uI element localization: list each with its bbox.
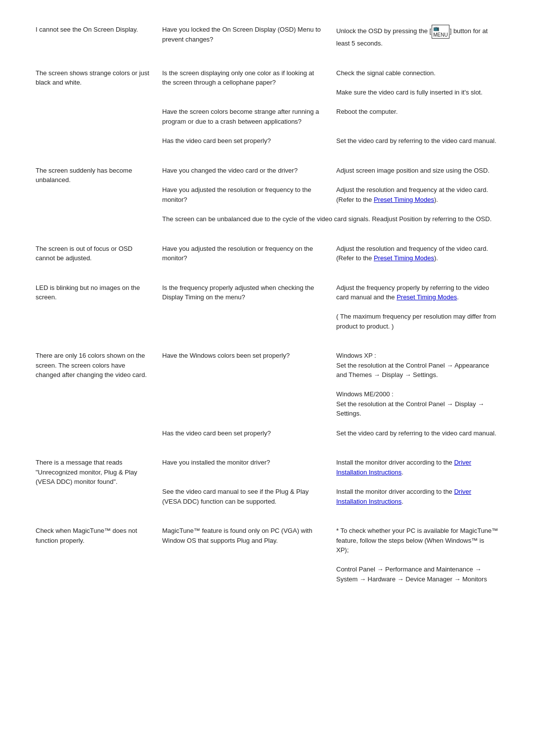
preset-timing-link-3[interactable]: Preset Timing Modes: [397, 293, 457, 301]
preset-timing-link-2[interactable]: Preset Timing Modes: [374, 254, 434, 262]
note-cell: The screen can be unbalanced due to the …: [156, 209, 504, 229]
cause-cell: Have you installed the monitor driver?: [156, 453, 330, 482]
solution-cell: Adjust screen image position and size us…: [330, 161, 504, 181]
problem-text: The screen suddenly has become unbalance…: [36, 167, 132, 184]
solution-cell: Install the monitor driver according to …: [330, 482, 504, 511]
solution-cell: Adjust the resolution and frequency of t…: [330, 239, 504, 268]
cause-text: Have the screen colors become strange af…: [162, 108, 319, 125]
solution-text: Adjust screen image position and size us…: [336, 167, 490, 174]
menu-icon: 📺MENU: [432, 25, 449, 39]
cause-cell: MagicTune™ feature is found only on PC (…: [156, 521, 330, 589]
problem-cell: Check when MagicTune™ does not function …: [30, 521, 156, 589]
table-row: There is a message that reads "Unrecogni…: [30, 453, 504, 482]
cause-cell: Have you adjusted the resolution or freq…: [156, 180, 330, 209]
cause-text: Is the frequency properly adjusted when …: [162, 284, 314, 301]
solution-text: Adjust the resolution and frequency of t…: [336, 245, 488, 262]
problem-cell: The screen is out of focus or OSD cannot…: [30, 239, 156, 268]
solution-text: Check the signal cable connection.Make s…: [336, 69, 483, 96]
cause-cell: Has the video card been set properly?: [156, 131, 330, 151]
cause-text: Has the video card been set properly?: [162, 137, 271, 144]
solution-text: Install the monitor driver according to …: [336, 488, 471, 505]
cause-text: Have you changed the video card or the d…: [162, 167, 298, 174]
problem-text: I cannot see the On Screen Display.: [36, 26, 138, 33]
solution-text: Install the monitor driver according to …: [336, 459, 471, 476]
cause-text: Have you locked the On Screen Display (O…: [162, 26, 321, 43]
problem-text: The screen is out of focus or OSD cannot…: [36, 245, 133, 262]
cause-cell: Have you adjusted the resolution or freq…: [156, 239, 330, 268]
spacer-row: [30, 511, 504, 521]
problem-text: Check when MagicTune™ does not function …: [36, 527, 137, 544]
spacer-row: [30, 229, 504, 239]
solution-cell: Adjust the frequency properly by referri…: [330, 278, 504, 336]
cause-text: Have you installed the monitor driver?: [162, 459, 270, 466]
solution-text: Set the video card by referring to the v…: [336, 137, 496, 144]
solution-cell: Reboot the computer.: [330, 102, 504, 131]
driver-install-link-2[interactable]: Driver Installation Instructions: [336, 488, 471, 505]
table-row: Check when MagicTune™ does not function …: [30, 521, 504, 589]
spacer-row: [30, 151, 504, 161]
solution-cell: * To check whether your PC is available …: [330, 521, 504, 589]
device-manager-text: Device Manager: [405, 575, 452, 583]
solution-text: Reboot the computer.: [336, 108, 398, 115]
cause-cell: Have the screen colors become strange af…: [156, 102, 330, 131]
problem-text: There is a message that reads "Unrecogni…: [36, 459, 137, 485]
note-text: The screen can be unbalanced due to the …: [162, 215, 491, 223]
solution-text: Unlock the OSD by pressing the [📺MENU] b…: [336, 27, 488, 47]
preset-timing-link-1[interactable]: Preset Timing Modes: [374, 196, 434, 203]
cause-text: Have you adjusted the resolution or freq…: [162, 186, 311, 203]
spacer-row: [30, 443, 504, 453]
problem-cell: There are only 16 colors shown on the sc…: [30, 346, 156, 443]
cause-cell: Have the Windows colors been set properl…: [156, 346, 330, 424]
problem-cell: The screen suddenly has become unbalance…: [30, 161, 156, 229]
solution-text: Adjust the frequency properly by referri…: [336, 284, 496, 330]
cause-cell: Have you locked the On Screen Display (O…: [156, 20, 330, 53]
spacer-row: [30, 336, 504, 346]
table-row: The screen is out of focus or OSD cannot…: [30, 239, 504, 268]
cause-cell: See the video card manual to see if the …: [156, 482, 330, 511]
cause-text: Has the video card been set properly?: [162, 429, 271, 437]
cause-text: Have you adjusted the resolution or freq…: [162, 245, 313, 262]
problem-cell: There is a message that reads "Unrecogni…: [30, 453, 156, 511]
solution-cell: Adjust the resolution and frequency at t…: [330, 180, 504, 209]
table-row: I cannot see the On Screen Display. Have…: [30, 20, 504, 53]
problem-cell: The screen shows strange colors or just …: [30, 63, 156, 151]
table-row: The screen shows strange colors or just …: [30, 63, 504, 102]
problem-text: The screen shows strange colors or just …: [36, 69, 149, 87]
table-row: LED is blinking but no images on the scr…: [30, 278, 504, 336]
solution-cell: Install the monitor driver according to …: [330, 453, 504, 482]
solution-text: * To check whether your PC is available …: [336, 527, 498, 583]
solution-cell: Set the video card by referring to the v…: [330, 424, 504, 443]
problem-text: There are only 16 colors shown on the sc…: [36, 352, 147, 378]
solution-cell: Windows XP :Set the resolution at the Co…: [330, 346, 504, 424]
solution-cell: Set the video card by referring to the v…: [330, 131, 504, 151]
solution-text: Set the video card by referring to the v…: [336, 429, 496, 437]
solution-cell: Check the signal cable connection.Make s…: [330, 63, 504, 102]
solution-text: Adjust the resolution and frequency at t…: [336, 186, 488, 203]
solution-cell: Unlock the OSD by pressing the [📺MENU] b…: [330, 20, 504, 53]
cause-cell: Has the video card been set properly?: [156, 424, 330, 443]
cause-cell: Is the frequency properly adjusted when …: [156, 278, 330, 336]
problem-cell: I cannot see the On Screen Display.: [30, 20, 156, 53]
problem-cell: LED is blinking but no images on the scr…: [30, 278, 156, 336]
table-row: There are only 16 colors shown on the sc…: [30, 346, 504, 424]
table-row: The screen suddenly has become unbalance…: [30, 161, 504, 181]
cause-cell: Have you changed the video card or the d…: [156, 161, 330, 181]
cause-text: MagicTune™ feature is found only on PC (…: [162, 527, 312, 544]
cause-text: See the video card manual to see if the …: [162, 488, 309, 505]
problem-text: LED is blinking but no images on the scr…: [36, 284, 140, 301]
spacer-row: [30, 53, 504, 63]
cause-text: Is the screen displaying only one color …: [162, 69, 314, 87]
cause-text: Have the Windows colors been set properl…: [162, 352, 290, 359]
spacer-row: [30, 268, 504, 278]
driver-install-link-1[interactable]: Driver Installation Instructions: [336, 459, 471, 476]
cause-cell: Is the screen displaying only one color …: [156, 63, 330, 102]
solution-text: Windows XP :Set the resolution at the Co…: [336, 352, 489, 417]
